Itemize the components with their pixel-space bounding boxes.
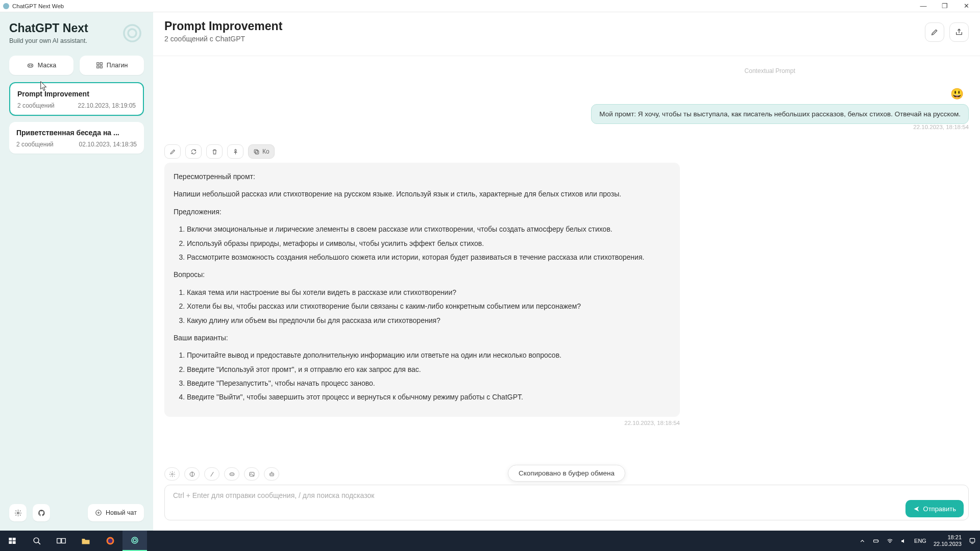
task-view-button[interactable] — [49, 531, 74, 551]
chat-header: Prompt Improvement 2 сообщений с ChatGPT — [153, 12, 980, 56]
slash-icon — [209, 471, 215, 478]
svg-rect-12 — [254, 149, 258, 153]
composer-robot-button[interactable] — [264, 467, 279, 481]
retry-message-button[interactable] — [185, 144, 202, 159]
settings-button[interactable] — [9, 504, 27, 521]
composer-settings-button[interactable] — [164, 467, 180, 481]
composer-commands-button[interactable] — [204, 467, 219, 481]
tray-clock[interactable]: 18:21 22.10.2023 — [934, 534, 962, 547]
copy-icon — [253, 148, 260, 155]
close-button[interactable]: ✕ — [955, 1, 977, 12]
svg-rect-34 — [970, 538, 974, 542]
share-icon — [955, 28, 963, 36]
tray-wifi-icon[interactable] — [887, 538, 893, 544]
svg-rect-15 — [230, 472, 234, 475]
assistant-timestamp: 22.10.2023, 18:18:54 — [164, 420, 680, 426]
circle-icon — [189, 471, 195, 478]
svg-point-32 — [133, 539, 136, 542]
edit-message-button[interactable] — [164, 144, 181, 159]
gear-icon — [169, 471, 176, 478]
copy-label: Ко — [262, 148, 270, 155]
svg-rect-24 — [9, 541, 12, 544]
brand-logo-icon — [120, 21, 144, 45]
user-message: Мой промт: Я хочу, чтобы ты выступала, к… — [591, 104, 969, 124]
pin-icon — [232, 148, 239, 155]
tray-notifications-icon[interactable] — [969, 537, 976, 544]
conversation-item[interactable]: Приветственная беседа на ... 2 сообщений… — [9, 122, 144, 154]
conversation-time: 22.10.2023, 18:19:05 — [78, 102, 136, 109]
mask-label: Маска — [38, 62, 56, 69]
folder-icon — [81, 537, 90, 545]
new-chat-button[interactable]: Новый чат — [88, 504, 144, 521]
pencil-icon — [169, 148, 176, 155]
tray-language[interactable]: ENG — [914, 538, 926, 544]
composer-theme-button[interactable] — [184, 467, 200, 481]
svg-point-13 — [171, 473, 173, 474]
app-icon — [3, 3, 9, 9]
plugin-label: Плагин — [107, 62, 128, 69]
trash-icon — [211, 148, 218, 155]
minimize-button[interactable]: — — [913, 1, 934, 12]
sidebar: ChatGPT Next Build your own AI assistant… — [0, 12, 153, 531]
composer-mask-button[interactable] — [224, 467, 239, 481]
conversation-title: Prompt Improvement — [17, 90, 136, 98]
search-icon — [33, 537, 41, 545]
start-button[interactable] — [0, 531, 24, 551]
svg-point-30 — [108, 539, 113, 543]
message-input[interactable] — [164, 485, 969, 520]
copied-toast: Скопировано в буфер обмена — [508, 465, 625, 482]
conversation-list: Prompt Improvement 2 сообщений 22.10.202… — [9, 82, 144, 504]
maximize-button[interactable]: ❐ — [934, 1, 955, 12]
chatgpt-app-button[interactable] — [122, 531, 147, 551]
tray-volume-icon[interactable] — [900, 538, 907, 544]
pencil-icon — [930, 28, 939, 36]
github-button[interactable] — [33, 504, 50, 521]
github-icon — [38, 509, 45, 517]
conversation-title: Приветственная беседа на ... — [16, 129, 137, 137]
window-title: ChatGPT Next Web — [12, 3, 64, 9]
delete-message-button[interactable] — [206, 144, 223, 159]
chatgpt-icon — [130, 536, 139, 545]
user-timestamp: 22.10.2023, 18:18:54 — [164, 124, 969, 130]
user-avatar: 😃 — [164, 88, 969, 100]
taskbar[interactable]: ENG 18:21 22.10.2023 — [0, 531, 980, 551]
svg-rect-25 — [13, 541, 16, 544]
svg-point-4 — [31, 65, 32, 65]
svg-rect-7 — [96, 66, 99, 68]
svg-point-20 — [271, 474, 271, 474]
assistant-message: Пересмотренный промт: Напиши небольшой р… — [164, 163, 680, 417]
svg-point-3 — [29, 65, 30, 65]
composer-break-button[interactable] — [244, 467, 259, 481]
mask-button[interactable]: Маска — [9, 56, 74, 75]
send-button[interactable]: Отправить — [905, 500, 964, 517]
svg-point-17 — [232, 473, 233, 474]
search-button[interactable] — [24, 531, 49, 551]
copy-message-button[interactable]: Ко — [248, 144, 275, 159]
taskview-icon — [57, 537, 66, 544]
explorer-button[interactable] — [74, 531, 98, 551]
svg-rect-11 — [255, 151, 259, 154]
windows-icon — [8, 537, 16, 545]
svg-point-31 — [132, 537, 138, 543]
chat-title[interactable]: Prompt Improvement — [164, 19, 282, 33]
share-button[interactable] — [949, 22, 969, 42]
context-prompt-label: Contextual Prompt — [164, 67, 969, 74]
rename-button[interactable] — [925, 22, 944, 42]
conversation-item[interactable]: Prompt Improvement 2 сообщений 22.10.202… — [9, 82, 144, 116]
image-icon — [249, 471, 255, 478]
new-chat-label: Новый чат — [106, 509, 137, 516]
robot-icon — [268, 471, 275, 478]
message-actions: Ко — [164, 144, 680, 159]
tray-battery-icon[interactable] — [873, 538, 879, 544]
svg-rect-8 — [100, 66, 102, 68]
svg-rect-22 — [9, 538, 12, 540]
chat-subtitle: 2 сообщений с ChatGPT — [164, 35, 282, 43]
message-list: Contextual Prompt 😃 Мой промт: Я хочу, ч… — [153, 56, 980, 462]
pin-message-button[interactable] — [227, 144, 243, 159]
tray-chevron-icon[interactable] — [859, 538, 866, 544]
firefox-button[interactable] — [98, 531, 122, 551]
plugin-button[interactable]: Плагин — [80, 56, 144, 75]
svg-rect-6 — [100, 63, 102, 65]
svg-point-16 — [231, 473, 231, 474]
conversation-count: 2 сообщений — [16, 141, 54, 148]
